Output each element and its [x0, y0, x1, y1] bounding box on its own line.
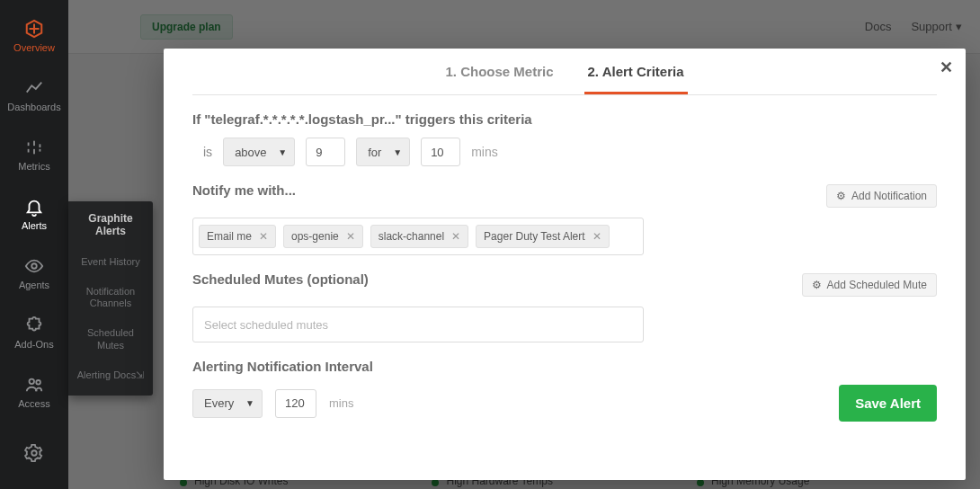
eye-icon — [24, 256, 44, 276]
gear-icon: ⚙ — [812, 279, 822, 291]
interval-value-input[interactable] — [275, 389, 316, 418]
remove-chip-icon[interactable]: ✕ — [451, 230, 460, 243]
svg-rect-5 — [40, 144, 41, 147]
criteria-for-select[interactable]: for ▼ — [356, 138, 410, 166]
gear-icon — [24, 443, 44, 463]
svg-rect-3 — [28, 143, 30, 147]
users-icon — [24, 375, 44, 395]
submenu-item-alerting-docs[interactable]: Alerting Docs⇲ — [68, 360, 153, 390]
sidebar-item-alerts[interactable]: Alerts — [0, 185, 68, 243]
interval-mode-value: Every — [204, 396, 234, 410]
tab-choose-metric[interactable]: 1. Choose Metric — [441, 51, 557, 94]
submenu-item-event-history[interactable]: Event History — [68, 247, 153, 277]
sidebar-item-label: Alerts — [22, 220, 47, 231]
svg-point-9 — [31, 263, 37, 269]
bell-icon — [24, 197, 44, 217]
sidebar-item-label: Add-Ons — [14, 339, 53, 350]
alert-criteria-modal: ✕ 1. Choose Metric 2. Alert Criteria If … — [164, 49, 966, 480]
submenu-title: Graphite Alerts — [68, 207, 153, 247]
submenu-item-notification-channels[interactable]: Notification Channels — [68, 277, 153, 318]
sidebar-item-overview[interactable]: Overview — [0, 7, 68, 65]
metrics-icon — [24, 138, 44, 157]
svg-rect-7 — [33, 149, 35, 155]
chevron-down-icon: ▼ — [393, 147, 402, 157]
svg-rect-8 — [40, 149, 41, 152]
add-scheduled-mute-button[interactable]: ⚙ Add Scheduled Mute — [802, 273, 937, 297]
svg-point-12 — [31, 450, 37, 456]
sidebar-item-addons[interactable]: Add-Ons — [0, 304, 68, 361]
alerts-submenu: Graphite Alerts Event History Notificati… — [68, 201, 153, 396]
chip-label: ops-genie — [291, 230, 339, 243]
chip-pagerduty-test[interactable]: Pager Duty Test Alert ✕ — [476, 225, 610, 248]
interval-mode-select[interactable]: Every ▼ — [192, 389, 263, 418]
criteria-value-input[interactable] — [306, 138, 345, 166]
brand-hex-icon — [24, 19, 44, 39]
interval-heading: Alerting Notification Interval — [192, 359, 937, 374]
chip-slack-channel[interactable]: slack-channel ✕ — [370, 225, 468, 248]
add-notification-label: Add Notification — [851, 190, 927, 202]
puzzle-icon — [24, 316, 44, 335]
chevron-down-icon: ▼ — [278, 147, 287, 157]
remove-chip-icon[interactable]: ✕ — [259, 230, 268, 243]
sidebar-item-label: Dashboards — [7, 102, 60, 112]
save-alert-button[interactable]: Save Alert — [839, 385, 937, 422]
chevron-down-icon: ▼ — [245, 398, 254, 408]
sidebar-item-access[interactable]: Access — [0, 363, 68, 421]
svg-rect-6 — [28, 149, 30, 153]
criteria-comparator-value: above — [235, 146, 266, 159]
close-icon[interactable]: ✕ — [940, 58, 953, 77]
criteria-duration-unit: mins — [471, 145, 498, 159]
remove-chip-icon[interactable]: ✕ — [346, 230, 355, 243]
sidebar-item-metrics[interactable]: Metrics — [0, 126, 68, 183]
svg-point-10 — [30, 379, 35, 385]
sidebar-item-label: Access — [18, 398, 49, 409]
notify-heading: Notify me with... — [192, 182, 296, 198]
gear-icon: ⚙ — [836, 190, 846, 202]
sidebar-item-label: Agents — [19, 280, 49, 290]
criteria-is-label: is — [203, 145, 212, 159]
mutes-heading: Scheduled Mutes (optional) — [192, 271, 369, 287]
dashboards-icon — [24, 78, 44, 98]
sidebar-item-label: Overview — [13, 42, 55, 53]
svg-point-11 — [36, 380, 40, 385]
tab-alert-criteria[interactable]: 2. Alert Criteria — [584, 51, 688, 94]
scheduled-mutes-select[interactable]: Select scheduled mutes — [192, 307, 644, 342]
add-scheduled-mute-label: Add Scheduled Mute — [827, 279, 927, 291]
sidebar-item-agents[interactable]: Agents — [0, 244, 68, 302]
notification-chipbox[interactable]: Email me ✕ ops-genie ✕ slack-channel ✕ P… — [192, 218, 644, 255]
add-notification-button[interactable]: ⚙ Add Notification — [826, 184, 937, 208]
sidebar-item-label: Metrics — [18, 161, 49, 172]
left-sidebar: Overview Dashboards Metrics Alerts Agent… — [0, 0, 68, 489]
criteria-duration-input[interactable] — [421, 138, 460, 166]
criteria-comparator-select[interactable]: above ▼ — [223, 138, 295, 166]
chip-email-me[interactable]: Email me ✕ — [199, 225, 276, 248]
svg-rect-4 — [33, 141, 35, 147]
chip-label: Pager Duty Test Alert — [484, 230, 585, 243]
remove-chip-icon[interactable]: ✕ — [592, 230, 601, 243]
chip-label: slack-channel — [379, 230, 444, 243]
scheduled-mutes-placeholder: Select scheduled mutes — [204, 318, 328, 332]
interval-unit: mins — [329, 396, 353, 410]
criteria-for-value: for — [368, 146, 381, 159]
sidebar-item-dashboards[interactable]: Dashboards — [0, 67, 68, 124]
chip-ops-genie[interactable]: ops-genie ✕ — [283, 225, 363, 248]
trigger-heading: If "telegraf.*.*.*.*.*.logstash_pr..." t… — [192, 111, 937, 127]
sidebar-item-settings[interactable] — [0, 424, 68, 482]
modal-tabs: 1. Choose Metric 2. Alert Criteria — [192, 49, 937, 95]
chip-label: Email me — [207, 230, 252, 243]
submenu-item-scheduled-mutes[interactable]: Scheduled Mutes — [68, 318, 153, 360]
